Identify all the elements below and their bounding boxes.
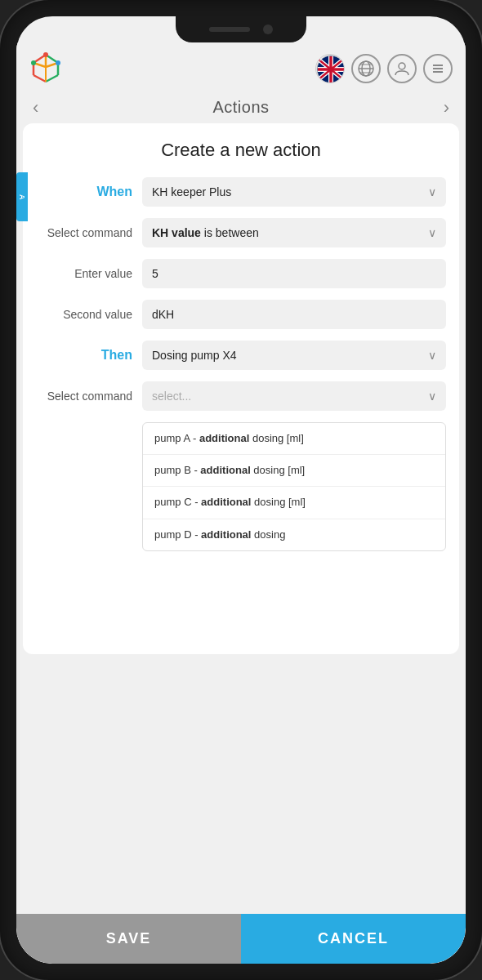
side-tab: A [16,172,28,221]
notch [176,16,306,42]
card-title: Create a new action [36,140,446,161]
app-logo[interactable] [29,51,62,87]
when-value: KH keeper Plus [152,185,231,198]
svg-point-10 [43,52,48,57]
spacer [36,559,446,641]
when-dropdown-arrow: ∨ [428,185,436,198]
then-dropdown-arrow: ∨ [428,349,436,362]
then-row: Then Dosing pump X4 ∨ [36,341,446,370]
when-row: When KH keeper Plus ∨ [36,177,446,207]
app-content: ‹ Actions › A Create a new action When K… [16,42,466,964]
main-card: A Create a new action When KH keeper Plu… [23,123,459,654]
header-bar [16,42,466,95]
enter-value-input[interactable]: 5 [142,259,446,288]
then-label: Then [36,348,142,363]
list-item[interactable]: pump B - additional dosing [ml] [143,455,445,487]
select-command-dropdown[interactable]: KH value is between ∨ [142,218,446,247]
select-command-value: KH value is between [152,226,259,239]
when-label: When [36,185,142,199]
dropdown-list: pump A - additional dosing [ml] pump B -… [142,422,446,551]
svg-line-5 [46,75,58,82]
phone-screen: ‹ Actions › A Create a new action When K… [16,16,466,964]
list-item[interactable]: pump C - additional dosing [ml] [143,487,445,519]
second-value-label: Second value [36,308,142,321]
then-command-row: Select command select... ∨ [36,381,446,411]
then-command-arrow: ∨ [428,390,436,403]
enter-value-label: Enter value [36,267,142,280]
second-value-row: Second value dKH [36,300,446,329]
command-dropdown-arrow: ∨ [428,226,436,239]
then-command-placeholder: select... [152,390,191,403]
globe-icon[interactable] [351,54,381,83]
second-value-input[interactable]: dKH [142,300,446,329]
svg-point-11 [31,60,36,65]
menu-icon[interactable] [423,54,453,83]
svg-point-12 [56,60,60,65]
list-item[interactable]: pump A - additional dosing [ml] [143,423,445,455]
nav-back-arrow[interactable]: ‹ [33,97,38,118]
when-dropdown[interactable]: KH keeper Plus ∨ [142,177,446,207]
enter-value-row: Enter value 5 [36,259,446,288]
then-command-dropdown[interactable]: select... ∨ [142,381,446,411]
select-command-row: Select command KH value is between ∨ [36,218,446,247]
header-icons [315,54,453,83]
notch-speaker [209,27,250,32]
phone-frame: ‹ Actions › A Create a new action When K… [0,0,482,980]
then-value: Dosing pump X4 [152,349,237,362]
list-item[interactable]: pump D - additional dosing [143,519,445,550]
then-dropdown[interactable]: Dosing pump X4 ∨ [142,341,446,370]
cancel-button[interactable]: CANCEL [241,914,466,964]
nav-title: Actions [212,98,269,117]
svg-point-20 [399,63,405,69]
nav-forward-arrow[interactable]: › [444,97,449,118]
user-icon[interactable] [387,54,417,83]
flag-icon[interactable] [315,54,345,83]
nav-bar: ‹ Actions › [16,95,466,120]
save-button[interactable]: SAVE [16,914,241,964]
notch-camera [263,24,273,34]
button-row: SAVE CANCEL [16,914,466,964]
svg-line-4 [33,75,46,82]
then-command-label: Select command [36,390,142,403]
select-command-label: Select command [36,226,142,239]
